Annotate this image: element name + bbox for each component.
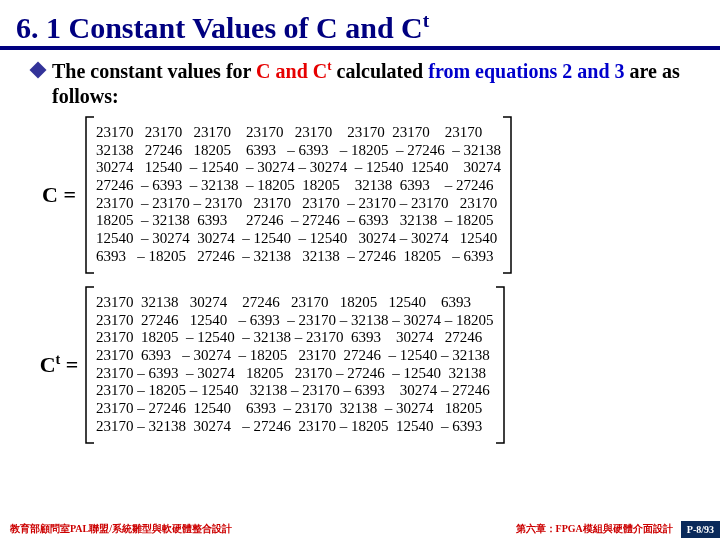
bullet-text: The constant values for C and Ct calcula…	[52, 58, 696, 109]
slide: 6. 1 Constant Values of C and Ct The con…	[0, 0, 720, 540]
matrix-ct-label: Ct =	[36, 351, 82, 378]
bullet-part-4: from equations 2 and 3	[428, 60, 624, 82]
bullet-part-1: The constant values for	[52, 60, 256, 82]
right-bracket-icon	[501, 115, 515, 275]
footer-left-text: 教育部顧問室PAL聯盟/系統雛型與軟硬體整合設計	[0, 522, 516, 536]
bullet-1: The constant values for C and Ct calcula…	[32, 58, 696, 109]
title-text: 6. 1 Constant Values of C and C	[16, 11, 423, 44]
matrix-ct-row: Ct = 23170 32138 30274 27246 23170 18205…	[36, 285, 696, 445]
title-superscript: t	[423, 10, 430, 31]
left-bracket-icon	[82, 285, 96, 445]
bullet-part-3: calculated	[332, 60, 429, 82]
slide-body: The constant values for C and Ct calcula…	[0, 50, 720, 445]
matrix-ct-content: 23170 32138 30274 27246 23170 18205 1254…	[96, 294, 494, 436]
footer-page-number: P-8/93	[681, 521, 720, 538]
bullet-part-2: C and Ct	[256, 60, 331, 82]
matrix-c-label: C =	[36, 182, 82, 208]
diamond-bullet-icon	[30, 62, 47, 79]
spacer	[24, 275, 696, 285]
right-bracket-icon	[494, 285, 508, 445]
left-bracket-icon	[82, 115, 96, 275]
matrix-c-content: 23170 23170 23170 23170 23170 23170 2317…	[96, 124, 501, 266]
footer: 教育部顧問室PAL聯盟/系統雛型與軟硬體整合設計 第六章：FPGA模組與硬體介面…	[0, 518, 720, 540]
footer-right-text: 第六章：FPGA模組與硬體介面設計	[516, 522, 681, 536]
matrix-c-row: C = 23170 23170 23170 23170 23170 23170 …	[36, 115, 696, 275]
slide-title: 6. 1 Constant Values of C and Ct	[0, 0, 720, 46]
